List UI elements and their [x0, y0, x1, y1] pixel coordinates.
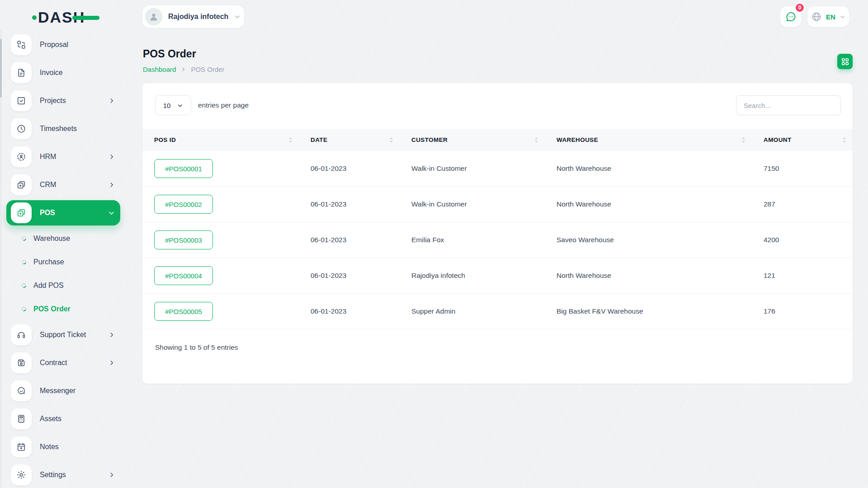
table-row: #POS00005 06-01-2023 Supper Admin Big Ba… — [142, 294, 853, 329]
sidebar-item-add-pos[interactable]: Add POS — [6, 276, 120, 296]
table-row: #POS00004 06-01-2023 Rajodiya infotech N… — [142, 258, 853, 294]
sidebar-item-crm[interactable]: CRM — [6, 172, 120, 197]
chevron-right-icon — [108, 472, 115, 478]
sidebar-item-label: POS — [40, 209, 55, 217]
sidebar: DASH Proposal Invoice Projects — [0, 0, 127, 488]
column-header-pos-id[interactable]: POS ID — [142, 136, 299, 143]
page-size-select[interactable]: 10 — [155, 95, 191, 115]
table-row: #POS00001 06-01-2023 Walk-in Customer No… — [142, 151, 853, 187]
column-label: CUSTOMER — [411, 136, 448, 143]
invoice-icon — [11, 62, 32, 83]
brand-logo[interactable]: DASH — [32, 5, 100, 27]
sidebar-item-purchase[interactable]: Purchase — [6, 252, 120, 272]
proposal-icon — [11, 34, 32, 55]
pos-id-link[interactable]: #POS00002 — [154, 195, 213, 214]
breadcrumb-current: POS Order — [191, 66, 224, 73]
cell-warehouse: North Warehouse — [545, 164, 752, 173]
bullet-icon — [21, 282, 27, 289]
cell-customer: Walk-in Customer — [400, 164, 545, 173]
headphones-icon — [11, 324, 32, 345]
clock-icon — [11, 118, 32, 139]
bullet-icon — [21, 235, 27, 242]
sidebar-item-support-ticket[interactable]: Support Ticket — [6, 322, 120, 347]
cell-customer: Rajodiya infotech — [400, 272, 545, 280]
cell-warehouse: Big Basket F&V Warehouse — [545, 307, 752, 315]
cell-date: 06-01-2023 — [299, 236, 400, 244]
chevron-right-icon — [108, 154, 115, 160]
sidebar-item-proposal[interactable]: Proposal — [6, 32, 120, 57]
user-icon — [148, 11, 159, 22]
globe-icon — [811, 11, 822, 22]
sort-icon — [534, 137, 538, 143]
cell-customer: Walk-in Customer — [400, 200, 545, 208]
sidebar-item-settings[interactable]: Settings — [6, 462, 120, 488]
sidebar-item-label: Assets — [40, 415, 61, 423]
column-header-customer[interactable]: CUSTOMER — [400, 136, 545, 143]
column-header-amount[interactable]: AMOUNT — [752, 136, 853, 143]
breadcrumb: Dashboard POS Order — [143, 66, 225, 73]
chevron-right-icon — [108, 182, 115, 188]
pos-id-link[interactable]: #POS00005 — [154, 302, 213, 321]
sidebar-item-warehouse[interactable]: Warehouse — [6, 229, 120, 249]
notifications-button[interactable]: 0 — [780, 6, 801, 27]
chat-bubble-icon — [785, 11, 797, 23]
sidebar-item-projects[interactable]: Projects — [6, 88, 120, 113]
sidebar-item-label: Proposal — [40, 41, 68, 49]
sidebar-item-label: Support Ticket — [40, 331, 86, 339]
sidebar-item-pos-order[interactable]: POS Order — [6, 299, 120, 319]
dash-logo-icon: DASH — [32, 5, 100, 27]
pos-id-link[interactable]: #POS00003 — [154, 230, 213, 249]
sidebar-item-assets[interactable]: Assets — [6, 406, 120, 432]
column-header-warehouse[interactable]: WAREHOUSE — [545, 136, 752, 143]
sidebar-item-label: Projects — [40, 97, 66, 105]
workspace-name: Rajodiya infotech — [168, 13, 228, 21]
column-header-date[interactable]: DATE — [299, 136, 400, 143]
table-header-row: POS ID DATE CUSTOMER WAREHOUSE AMOUNT — [142, 129, 853, 151]
chevron-down-icon — [177, 103, 183, 108]
language-selector[interactable]: EN — [807, 6, 849, 27]
cell-warehouse: North Warehouse — [545, 272, 752, 280]
calendar-icon — [11, 436, 32, 457]
sort-icon — [741, 137, 745, 143]
sidebar-item-hrm[interactable]: HRM — [6, 144, 120, 169]
column-label: DATE — [311, 136, 327, 143]
hrm-icon — [11, 146, 32, 167]
sidebar-item-contract[interactable]: Contract — [6, 350, 120, 375]
chat-bubble-icon — [11, 380, 32, 401]
sidebar-item-invoice[interactable]: Invoice — [6, 60, 120, 85]
sidebar-item-messenger[interactable]: Messenger — [6, 378, 120, 404]
cell-amount: 176 — [752, 307, 853, 315]
cell-date: 06-01-2023 — [299, 272, 400, 280]
table-row: #POS00002 06-01-2023 Walk-in Customer No… — [142, 187, 853, 222]
sidebar-item-label: Settings — [40, 471, 66, 479]
cell-customer: Supper Admin — [400, 307, 545, 315]
cell-amount: 4200 — [752, 236, 853, 244]
pos-id-link[interactable]: #POS00001 — [154, 159, 213, 178]
sidebar-subitem-label: Purchase — [33, 258, 64, 266]
grid-icon — [841, 58, 849, 66]
sidebar-nav: Proposal Invoice Projects Timesheets — [0, 31, 127, 488]
column-label: WAREHOUSE — [557, 136, 598, 143]
sidebar-item-pos[interactable]: POS — [6, 200, 120, 225]
sidebar-item-notes[interactable]: Notes — [6, 434, 120, 460]
page-title: POS Order — [143, 48, 196, 60]
crm-icon — [11, 174, 32, 195]
cell-warehouse: Saveo Warehouse — [545, 236, 752, 244]
column-label: AMOUNT — [764, 136, 792, 143]
cell-amount: 121 — [752, 272, 853, 280]
cell-customer: Emilia Fox — [400, 236, 545, 244]
sidebar-item-label: Notes — [40, 443, 59, 451]
sidebar-item-timesheets[interactable]: Timesheets — [6, 116, 120, 141]
language-code: EN — [826, 13, 835, 21]
table-summary: Showing 1 to 5 of 5 entries — [155, 343, 238, 352]
sidebar-item-label: Messenger — [40, 387, 75, 395]
layout-grid-button[interactable] — [837, 54, 853, 69]
pos-id-link[interactable]: #POS00004 — [154, 266, 213, 285]
search-input[interactable] — [736, 95, 841, 115]
column-label: POS ID — [154, 136, 176, 143]
chevron-down-icon — [234, 14, 241, 20]
sidebar-subitem-label: Warehouse — [33, 235, 70, 243]
workspace-switcher[interactable]: Rajodiya infotech — [142, 5, 244, 28]
avatar — [145, 8, 162, 25]
breadcrumb-dashboard-link[interactable]: Dashboard — [143, 66, 176, 73]
